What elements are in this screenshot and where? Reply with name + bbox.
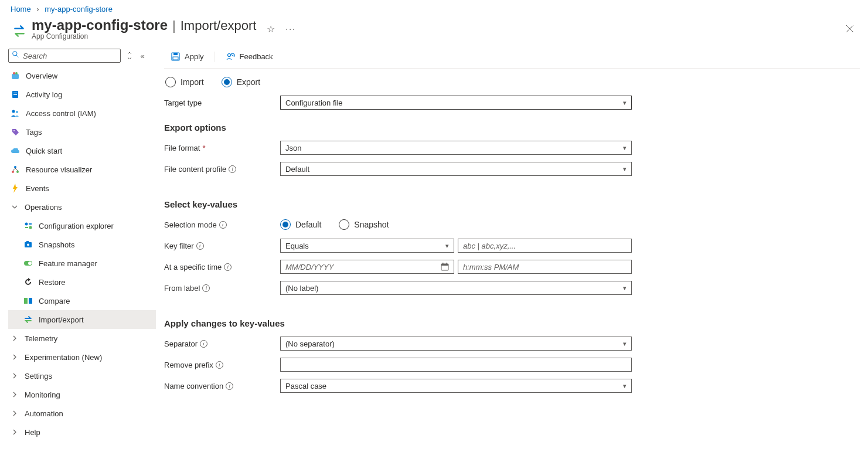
expand-icon[interactable]	[125, 52, 134, 60]
sidebar-item-config-explorer[interactable]: Configuration explorer	[8, 216, 156, 235]
chevron-right-icon	[11, 392, 19, 398]
sidebar-item-import-export[interactable]: Import/export	[8, 310, 156, 329]
sidebar-item-feature-manager[interactable]: Feature manager	[8, 254, 156, 273]
sidebar-group-settings[interactable]: Settings	[8, 366, 156, 385]
label-specific-time: At a specific time i	[164, 263, 280, 271]
page-title: my-app-config-store	[32, 17, 168, 33]
feedback-icon	[226, 52, 235, 61]
breadcrumb-store[interactable]: my-app-config-store	[45, 5, 113, 13]
sidebar-group-monitoring[interactable]: Monitoring	[8, 385, 156, 404]
info-icon[interactable]: i	[216, 361, 223, 369]
sidebar-item-resource-visualizer[interactable]: Resource visualizer	[8, 160, 156, 179]
visualizer-icon	[11, 165, 20, 174]
chevron-down-icon	[11, 204, 19, 210]
info-icon[interactable]: i	[224, 263, 232, 271]
select-name-convention[interactable]: Pascal case ▾	[280, 379, 632, 393]
sidebar-group-telemetry[interactable]: Telemetry	[8, 329, 156, 348]
main-content: Apply Feedback Import Export Target type	[156, 45, 868, 441]
svg-rect-19	[26, 241, 29, 243]
sidebar-item-compare[interactable]: Compare	[8, 291, 156, 310]
input-key-filter-value[interactable]	[458, 239, 632, 253]
favorite-icon[interactable]: ☆	[267, 23, 275, 35]
restore-icon	[23, 277, 33, 287]
select-key-filter[interactable]: Equals ▾	[280, 239, 454, 253]
breadcrumb: Home › my-app-config-store	[0, 0, 868, 16]
section-export-options: Export options	[164, 113, 860, 137]
svg-point-9	[13, 130, 15, 131]
select-from-label[interactable]: (No label) ▾	[280, 281, 632, 295]
input-time[interactable]	[458, 260, 632, 274]
mode-selector: Import Export	[164, 69, 860, 92]
info-icon[interactable]: i	[219, 221, 227, 229]
svg-point-8	[16, 111, 18, 113]
select-target-type[interactable]: Configuration file ▾	[280, 96, 632, 110]
label-separator: Separator i	[164, 339, 280, 348]
svg-point-10	[14, 166, 16, 168]
sidebar-group-automation[interactable]: Automation	[8, 404, 156, 423]
chevron-down-icon: ▾	[623, 340, 627, 348]
apply-button[interactable]: Apply	[164, 45, 211, 68]
breadcrumb-home[interactable]: Home	[11, 5, 31, 13]
snapshot-icon	[23, 240, 33, 249]
sidebar-item-restore[interactable]: Restore	[8, 273, 156, 291]
chevron-down-icon: ▾	[623, 99, 627, 107]
info-icon[interactable]: i	[200, 340, 207, 348]
selection-snapshot[interactable]: Snapshot	[339, 219, 389, 230]
import-export-icon	[11, 22, 28, 40]
selection-default[interactable]: Default	[280, 219, 321, 230]
label-from-label: From label i	[164, 284, 280, 293]
close-icon[interactable]	[842, 21, 857, 36]
page-subtitle-section: Import/export	[181, 18, 257, 33]
svg-rect-31	[447, 263, 448, 264]
chevron-down-icon: ▾	[445, 242, 449, 250]
chevron-down-icon: ▾	[623, 284, 627, 292]
sidebar-item-events[interactable]: Events	[8, 179, 156, 198]
calendar-icon[interactable]	[441, 263, 449, 271]
label-remove-prefix: Remove prefix i	[164, 361, 280, 369]
sidebar-group-operations[interactable]: Operations	[8, 198, 156, 216]
svg-point-16	[29, 226, 32, 229]
section-select-key-values: Select key-values	[164, 179, 860, 214]
chevron-right-icon	[11, 335, 19, 341]
svg-rect-26	[173, 57, 178, 60]
input-date[interactable]	[280, 260, 454, 274]
info-icon[interactable]: i	[196, 242, 204, 250]
search-input[interactable]	[8, 49, 121, 63]
config-explorer-icon	[23, 221, 33, 230]
feedback-button[interactable]: Feedback	[219, 45, 280, 68]
chevron-down-icon: ▾	[623, 382, 627, 390]
svg-point-12	[16, 171, 19, 173]
svg-point-7	[12, 110, 15, 113]
chevron-right-icon: ›	[36, 5, 39, 13]
collapse-sidebar-icon[interactable]: «	[138, 52, 147, 60]
more-icon[interactable]: ···	[285, 24, 296, 33]
sidebar-group-help[interactable]: Help	[8, 423, 156, 441]
events-icon	[11, 184, 20, 193]
select-separator[interactable]: (No separator) ▾	[280, 337, 632, 351]
svg-rect-14	[29, 223, 32, 225]
info-icon[interactable]: i	[202, 284, 210, 292]
import-export-small-icon	[23, 315, 33, 324]
sidebar-item-activity-log[interactable]: Activity log	[8, 85, 156, 104]
sidebar-item-access-control[interactable]: Access control (IAM)	[8, 104, 156, 123]
info-icon[interactable]: i	[229, 165, 236, 173]
label-file-format: File format*	[164, 144, 280, 152]
mode-import[interactable]: Import	[165, 77, 204, 87]
select-file-format[interactable]: Json ▾	[280, 141, 632, 155]
sidebar-item-quick-start[interactable]: Quick start	[8, 141, 156, 160]
info-icon[interactable]: i	[226, 382, 233, 390]
svg-rect-6	[13, 94, 17, 95]
mode-export[interactable]: Export	[222, 77, 260, 87]
sidebar-search[interactable]	[8, 49, 121, 63]
sidebar-group-experimentation[interactable]: Experimentation (New)	[8, 348, 156, 366]
chevron-right-icon	[11, 429, 19, 435]
sidebar-item-snapshots[interactable]: Snapshots	[8, 235, 156, 254]
section-apply-changes: Apply changes to key-values	[164, 298, 860, 333]
select-file-profile[interactable]: Default ▾	[280, 162, 632, 176]
sidebar-item-tags[interactable]: Tags	[8, 123, 156, 141]
svg-rect-29	[441, 264, 448, 266]
svg-point-11	[12, 171, 14, 173]
svg-rect-1	[12, 74, 19, 79]
input-remove-prefix[interactable]	[280, 358, 632, 372]
sidebar-item-overview[interactable]: Overview	[8, 66, 156, 85]
